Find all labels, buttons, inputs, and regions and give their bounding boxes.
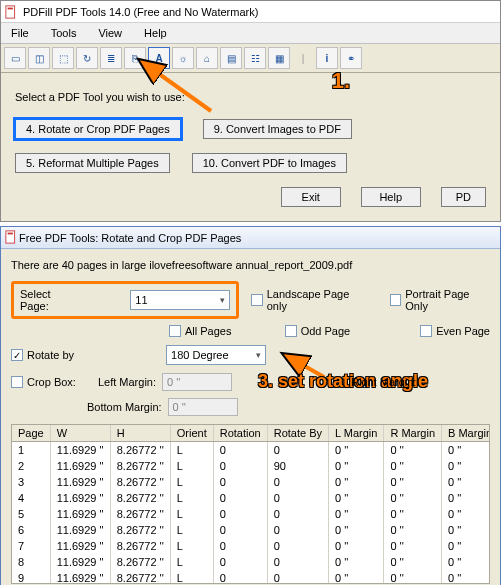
svg-rect-1 (8, 7, 13, 9)
table-row[interactable]: 411.6929 ''8.26772 ''L000 ''0 ''0 ''0 '' (12, 490, 490, 506)
all-pages-checkbox[interactable]: All Pages (169, 325, 231, 337)
tool-encrypt-icon[interactable]: ⬚ (52, 47, 74, 69)
menubar: File Tools View Help (1, 23, 500, 44)
col-header[interactable]: Page (12, 425, 50, 442)
tool-flatten-icon[interactable]: ▦ (268, 47, 290, 69)
select-page-label: Select Page: (20, 288, 70, 312)
col-header[interactable]: L Margin (329, 425, 384, 442)
pages-table: PageWHOrientRotationRotate ByL MarginR M… (11, 424, 490, 584)
col-header[interactable]: Orient (170, 425, 213, 442)
main-window: PDFill PDF Tools 14.0 (Free and No Water… (0, 0, 501, 222)
table-row[interactable]: 211.6929 ''8.26772 ''L0900 ''0 ''0 ''0 '… (12, 458, 490, 474)
col-header[interactable]: R Margin (384, 425, 442, 442)
table-row[interactable]: 311.6929 ''8.26772 ''L000 ''0 ''0 ''0 '' (12, 474, 490, 490)
rotate-degree-dropdown[interactable]: 180 Degree (166, 345, 266, 365)
left-margin-label: Left Margin: (98, 376, 156, 388)
right-margin-label: Right Margin: (351, 376, 416, 388)
table-row[interactable]: 911.6929 ''8.26772 ''L000 ''0 ''0 ''0 '' (12, 570, 490, 584)
table-row[interactable]: 111.6929 ''8.26772 ''L000 ''0 ''0 ''0 '' (12, 442, 490, 459)
tool-sep-icon: | (292, 47, 314, 69)
col-header[interactable]: W (50, 425, 110, 442)
annotation-1: 1. (332, 68, 350, 94)
table-row[interactable]: 711.6929 ''8.26772 ''L000 ''0 ''0 ''0 '' (12, 538, 490, 554)
table-row[interactable]: 611.6929 ''8.26772 ''L000 ''0 ''0 ''0 '' (12, 522, 490, 538)
convert-images-button[interactable]: 9. Convert Images to PDF (203, 119, 352, 139)
bottom-margin-label: Bottom Margin: (87, 401, 162, 413)
tool-convert-pdf-icon[interactable]: ▤ (220, 47, 242, 69)
toolbar: ▭ ◫ ⬚ ↻ ≣ ⎘ A ☼ ⌂ ▤ ☷ ▦ | i ⚭ 1. (1, 44, 500, 73)
menu-file[interactable]: File (5, 25, 35, 41)
tool-rotate-icon[interactable]: ↻ (76, 47, 98, 69)
window-title: PDFill PDF Tools 14.0 (Free and No Water… (23, 6, 258, 18)
svg-line-2 (141, 61, 211, 111)
tool-form-icon[interactable]: ☷ (244, 47, 266, 69)
col-header[interactable]: B Margin (442, 425, 490, 442)
table-row[interactable]: 511.6929 ''8.26772 ''L000 ''0 ''0 ''0 '' (12, 506, 490, 522)
bottom-margin-input[interactable]: 0 '' (168, 398, 238, 416)
convert-pdf-button[interactable]: 10. Convert PDF to Images (192, 153, 347, 173)
window-title-2: Free PDF Tools: Rotate and Crop PDF Page… (19, 232, 241, 244)
col-header[interactable]: H (110, 425, 170, 442)
odd-page-checkbox[interactable]: Odd Page (285, 325, 351, 337)
tool-panel: Select a PDF Tool you wish to use: 4. Ro… (1, 73, 500, 221)
help-button[interactable]: Help (361, 187, 421, 207)
tool-reformat-icon[interactable]: ≣ (100, 47, 122, 69)
even-page-checkbox[interactable]: Even Page (420, 325, 490, 337)
rotate-crop-window: Free PDF Tools: Rotate and Crop PDF Page… (0, 226, 501, 585)
left-margin-input[interactable]: 0 '' (162, 373, 232, 391)
exit-button[interactable]: Exit (281, 187, 341, 207)
page-count-note: There are 40 pages in large ilovefreesof… (11, 259, 490, 271)
reformat-button[interactable]: 5. Reformat Multiple Pages (15, 153, 170, 173)
titlebar-2: Free PDF Tools: Rotate and Crop PDF Page… (1, 227, 500, 249)
arrow-1-icon (131, 56, 221, 126)
menu-help[interactable]: Help (138, 25, 173, 41)
tool-merge-icon[interactable]: ▭ (4, 47, 26, 69)
menu-tools[interactable]: Tools (45, 25, 83, 41)
tool-info-icon[interactable]: i (316, 47, 338, 69)
col-header[interactable]: Rotate By (267, 425, 328, 442)
tool-link-icon[interactable]: ⚭ (340, 47, 362, 69)
prompt-text: Select a PDF Tool you wish to use: (15, 91, 486, 103)
menu-view[interactable]: View (92, 25, 128, 41)
portrait-checkbox[interactable]: Portrait Page Only (390, 288, 490, 312)
select-page-highlight: Select Page: 11 (11, 281, 239, 319)
pd-button[interactable]: PD (441, 187, 486, 207)
select-page-dropdown[interactable]: 11 (130, 290, 230, 310)
arrow-2-icon (0, 187, 15, 237)
tool-split-icon[interactable]: ◫ (28, 47, 50, 69)
landscape-checkbox[interactable]: Landscape Page only (251, 288, 366, 312)
col-header[interactable]: Rotation (213, 425, 267, 442)
app-icon (5, 5, 19, 19)
crop-box-checkbox[interactable]: Crop Box: (11, 376, 76, 388)
rotate-by-checkbox[interactable]: ✓Rotate by (11, 349, 74, 361)
table-row[interactable]: 811.6929 ''8.26772 ''L000 ''0 ''0 ''0 '' (12, 554, 490, 570)
titlebar: PDFill PDF Tools 14.0 (Free and No Water… (1, 1, 500, 23)
